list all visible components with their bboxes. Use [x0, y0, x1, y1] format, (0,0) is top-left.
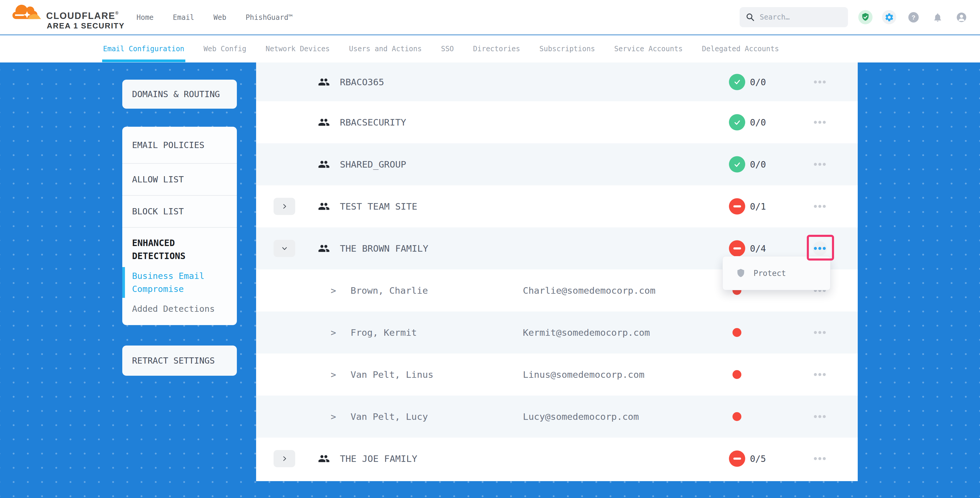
status-unprotected-icon — [729, 240, 745, 257]
group-icon — [318, 116, 330, 128]
member-name: Van Pelt, Linus — [350, 369, 433, 380]
nav-link[interactable]: Email — [173, 13, 194, 22]
group-name: RBACSECURITY — [340, 117, 406, 127]
tab-email-configuration[interactable]: Email Configuration — [103, 35, 185, 62]
member-row[interactable]: > Van Pelt, Lucy Lucy@somedemocorp.com — [256, 396, 858, 438]
expand-button[interactable] — [274, 450, 295, 467]
active-item-accent-bar — [122, 267, 125, 298]
sidebar-item-block-list[interactable]: BLOCK LIST — [122, 195, 237, 227]
member-chevron-icon[interactable]: > — [331, 412, 336, 422]
search-box[interactable] — [740, 7, 848, 27]
tab-delegated-accounts[interactable]: Delegated Accounts — [702, 35, 779, 62]
member-row[interactable]: > Frog, Kermit Kermit@somedemocorp.com — [256, 312, 858, 353]
sidebar-policies-card: EMAIL POLICIES ALLOW LIST BLOCK LIST ENH… — [122, 127, 237, 325]
bell-icon[interactable] — [932, 12, 943, 22]
sidebar-item-email-policies[interactable]: EMAIL POLICIES — [122, 127, 237, 163]
status-unprotected-dot — [732, 370, 741, 379]
member-chevron-icon[interactable]: > — [331, 369, 336, 380]
member-chevron-icon[interactable]: > — [331, 328, 336, 338]
groups-table: RBACO365 0/0 RBACSECURITY 0/0 SHARED_GRO… — [256, 62, 858, 481]
status-unprotected-icon — [729, 198, 745, 215]
group-icon — [318, 158, 330, 170]
sidebar-item-label: RETRACT SETTINGS — [132, 356, 215, 366]
member-name: Brown, Charlie — [350, 285, 428, 296]
enhanced-detections-title[interactable]: ENHANCED DETECTIONS — [132, 237, 227, 263]
tab-subscriptions[interactable]: Subscriptions — [539, 35, 595, 62]
status-unprotected-icon — [729, 450, 745, 467]
group-row[interactable]: TEST TEAM SITE 0/1 — [256, 185, 858, 228]
sidebar-enhanced-detections-section: ENHANCED DETECTIONS Business Email Compr… — [122, 227, 237, 314]
group-row[interactable]: RBACSECURITY 0/0 — [256, 101, 858, 143]
header-nav: HomeEmailWebPhishGuard™ — [137, 0, 293, 35]
group-name: RBACO365 — [340, 77, 384, 88]
search-input[interactable] — [760, 13, 843, 21]
group-icon — [318, 242, 330, 255]
row-menu-button[interactable] — [813, 452, 827, 466]
expand-button[interactable] — [274, 240, 295, 257]
gear-icon[interactable] — [882, 10, 896, 24]
group-count: 0/0 — [750, 77, 766, 87]
registered-mark: ® — [116, 11, 119, 15]
shield-check-icon[interactable] — [858, 10, 872, 24]
group-icon — [318, 76, 330, 88]
minus-glyph — [733, 248, 741, 250]
row-menu-button[interactable] — [813, 409, 827, 424]
sidebar-item-retract-settings[interactable]: RETRACT SETTINGS — [122, 345, 237, 376]
tab-sso[interactable]: SSO — [441, 35, 453, 62]
member-chevron-icon[interactable]: > — [331, 285, 336, 296]
app-header: CLOUDFLARE® AREA 1 SECURITY HomeEmailWeb… — [0, 0, 980, 35]
sidebar-item-label: DOMAINS & ROUTING — [132, 89, 220, 99]
sidebar-item-business-email-compromise[interactable]: Business Email Compromise — [122, 269, 227, 296]
row-menu-button[interactable] — [813, 157, 827, 172]
row-menu-button[interactable] — [813, 368, 827, 382]
group-name: SHARED_GROUP — [340, 159, 406, 170]
nav-link[interactable]: Web — [213, 13, 226, 22]
member-email: Linus@somedemocorp.com — [523, 369, 644, 380]
tab-users-and-actions[interactable]: Users and Actions — [349, 35, 422, 62]
member-name: Frog, Kermit — [350, 327, 417, 338]
group-count: 0/4 — [750, 243, 766, 254]
group-icon — [318, 200, 330, 212]
search-icon — [746, 13, 755, 22]
group-row[interactable]: THE JOE FAMILY 0/5 — [256, 438, 858, 480]
tab-service-accounts[interactable]: Service Accounts — [614, 35, 683, 62]
tab-web-config[interactable]: Web Config — [204, 35, 247, 62]
sidebar-item-added-detections[interactable]: Added Detections — [132, 304, 227, 314]
protect-menu-label: Protect — [754, 269, 786, 278]
sidebar-item-allow-list[interactable]: ALLOW LIST — [122, 163, 237, 195]
group-row[interactable]: SHARED_GROUP 0/0 — [256, 143, 858, 185]
member-email: Lucy@somedemocorp.com — [523, 411, 639, 422]
sidebar-item-domains-routing[interactable]: DOMAINS & ROUTING — [122, 80, 237, 109]
expand-button[interactable] — [274, 198, 295, 215]
status-protected-icon — [729, 114, 745, 130]
help-icon[interactable]: ? — [908, 12, 919, 22]
member-name: Van Pelt, Lucy — [350, 411, 428, 422]
member-row[interactable]: > Van Pelt, Linus Linus@somedemocorp.com — [256, 353, 858, 396]
row-menu-button[interactable] — [813, 199, 827, 213]
member-email: Charlie@somedemocorp.com — [523, 285, 655, 296]
tab-network-devices[interactable]: Network Devices — [266, 35, 330, 62]
row-menu-button[interactable] — [813, 75, 827, 89]
minus-glyph — [733, 205, 741, 208]
group-count: 0/0 — [750, 159, 766, 170]
group-count: 0/1 — [750, 201, 766, 212]
group-count: 0/5 — [750, 453, 766, 464]
group-icon — [318, 453, 330, 465]
status-protected-icon — [729, 156, 745, 173]
member-email: Kermit@somedemocorp.com — [523, 327, 650, 338]
brand-name: CLOUDFLARE® — [46, 11, 119, 21]
group-count: 0/0 — [750, 117, 766, 127]
group-row[interactable]: RBACO365 0/0 — [256, 62, 858, 101]
user-icon[interactable] — [956, 12, 967, 22]
tab-directories[interactable]: Directories — [473, 35, 520, 62]
row-menu-button[interactable] — [813, 325, 827, 340]
protect-menu[interactable]: Protect — [722, 256, 830, 290]
row-menu-button[interactable] — [813, 115, 827, 129]
nav-link[interactable]: Home — [137, 13, 154, 22]
click-highlight-annotation — [807, 235, 834, 261]
nav-link[interactable]: PhishGuard™ — [245, 13, 293, 22]
status-unprotected-dot — [732, 412, 741, 421]
sidebar-item-label: Business Email Compromise — [132, 271, 204, 294]
shield-icon — [736, 268, 746, 279]
brand-subtitle: AREA 1 SECURITY — [47, 21, 125, 30]
